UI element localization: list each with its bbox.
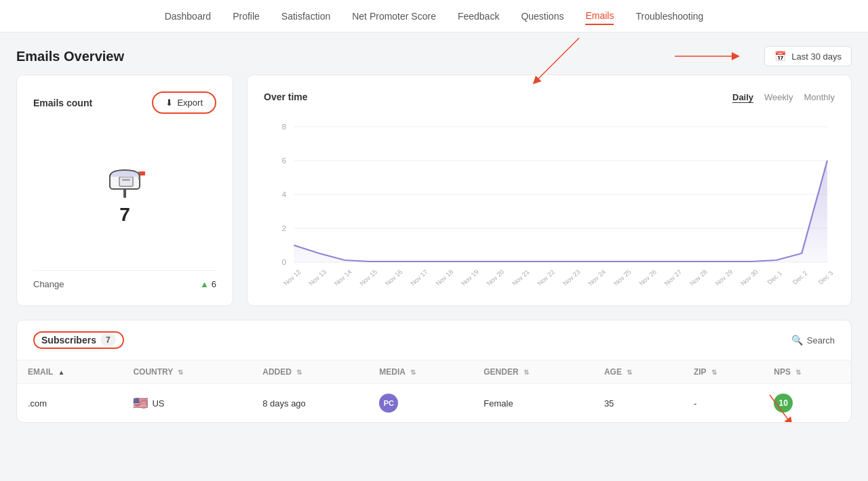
time-filter-daily[interactable]: Daily [732,92,753,102]
nav-emails[interactable]: Emails [585,7,614,25]
svg-text:Nov 30: Nov 30 [739,268,760,287]
cell-email: .com [17,384,122,423]
date-filter-annotation-arrow [675,49,756,63]
nav-troubleshooting[interactable]: Troubleshooting [635,8,703,24]
sort-added-icon: ⇅ [296,369,302,376]
svg-text:2: 2 [281,224,286,232]
svg-text:Nov 19: Nov 19 [460,268,480,287]
change-value: ▲ 6 [200,279,216,289]
nav-nps[interactable]: Net Promoter Score [352,8,436,24]
svg-text:8: 8 [281,123,286,131]
svg-text:4: 4 [281,190,286,198]
nav-satisfaction[interactable]: Satisfaction [281,8,330,24]
nav-feedback[interactable]: Feedback [458,8,499,24]
svg-text:Nov 24: Nov 24 [587,268,607,287]
date-filter-label: Last 30 days [791,51,842,62]
svg-text:Dec 3: Dec 3 [816,270,835,286]
svg-text:Nov 25: Nov 25 [612,268,632,287]
col-age[interactable]: AGE ⇅ [593,360,683,384]
nav-dashboard[interactable]: Dashboard [165,8,212,24]
svg-text:Dec 1: Dec 1 [766,270,784,286]
table-header: EMAIL ▲ COUNTRY ⇅ ADDED ⇅ MEDIA ⇅ GENDER [17,360,851,384]
cell-gender: Female [473,384,593,423]
subscribers-count-badge: 7 [100,334,116,346]
col-nps[interactable]: NPS ⇅ [763,360,851,384]
cell-nps: 10 [763,384,851,423]
cell-added: 8 days ago [252,384,368,423]
export-label: Export [177,98,203,108]
svg-text:Nov 12: Nov 12 [281,268,302,287]
time-filter-monthly[interactable]: Monthly [804,92,835,102]
calendar-icon: 📅 [774,51,786,62]
sort-nps-icon: ⇅ [795,369,801,376]
svg-text:Nov 23: Nov 23 [561,268,581,287]
col-email[interactable]: EMAIL ▲ [17,360,122,384]
subscribers-title-group: Subscribers 7 [33,331,124,349]
mailbox-icon [104,165,145,198]
subscribers-title: Subscribers [41,335,96,346]
over-time-chart: 8 6 4 2 0 N [264,113,835,289]
export-icon: ⬇ [165,98,173,108]
page-title: Emails Overview [16,49,124,64]
svg-text:Nov 28: Nov 28 [688,268,709,287]
sort-media-icon: ⇅ [410,369,416,376]
col-media[interactable]: MEDIA ⇅ [368,360,473,384]
over-time-title: Over time [264,91,308,102]
over-time-card: Over time Daily Weekly Monthly 8 6 4 2 0 [247,75,852,306]
cell-zip: - [683,384,763,423]
change-label: Change [33,279,64,289]
col-gender[interactable]: GENDER ⇅ [473,360,593,384]
change-up-icon: ▲ [200,279,209,289]
sort-country-icon: ⇅ [178,369,183,376]
cell-media: PC [368,384,473,423]
nav-questions[interactable]: Questions [521,8,564,24]
svg-text:6: 6 [281,156,286,165]
emails-count-card: Emails count ⬇ Export [16,75,233,306]
subscribers-body: .com 🇺🇸 US 8 days ago PC Female 35 - 10 [17,384,851,423]
svg-text:Dec 2: Dec 2 [791,270,809,286]
search-icon: 🔍 [791,335,803,346]
emails-count-title: Emails count [33,98,92,108]
col-country[interactable]: COUNTRY ⇅ [122,360,252,384]
page-header: Emails Overview 📅 Last 30 days [0,33,868,75]
time-filter-weekly[interactable]: Weekly [764,92,793,102]
export-button[interactable]: ⬇ Export [152,91,216,114]
svg-rect-2 [123,188,126,198]
svg-rect-4 [119,177,133,186]
svg-text:Nov 22: Nov 22 [536,268,556,287]
main-nav: Dashboard Profile Satisfaction Net Promo… [0,0,868,33]
change-number: 6 [212,279,216,289]
svg-text:Nov 16: Nov 16 [383,268,403,287]
svg-text:Nov 27: Nov 27 [663,268,683,287]
chart-container: 8 6 4 2 0 N [264,113,835,289]
svg-text:Nov 29: Nov 29 [713,268,734,287]
cell-age: 35 [593,384,683,423]
subscribers-header: Subscribers 7 🔍 Search [17,320,851,360]
svg-text:Nov 18: Nov 18 [434,268,454,287]
table-row[interactable]: .com 🇺🇸 US 8 days ago PC Female 35 - 10 [17,384,851,423]
nav-profile[interactable]: Profile [233,8,260,24]
svg-text:Nov 13: Nov 13 [307,268,328,287]
svg-text:Nov 21: Nov 21 [510,268,530,287]
emails-count-value: 7 [119,204,130,226]
subscribers-section: Subscribers 7 🔍 Search EMAIL ▲ COUNTRY ⇅… [16,320,852,423]
svg-text:Nov 20: Nov 20 [485,268,505,287]
sort-gender-icon: ⇅ [524,369,529,376]
col-added[interactable]: ADDED ⇅ [252,360,368,384]
svg-text:Nov 26: Nov 26 [637,268,658,287]
search-label: Search [807,335,835,346]
time-filters: Daily Weekly Monthly [732,92,835,102]
cards-row: Emails count ⬇ Export [0,75,868,306]
subscribers-table: EMAIL ▲ COUNTRY ⇅ ADDED ⇅ MEDIA ⇅ GENDER [17,360,851,422]
cell-country: 🇺🇸 US [122,384,252,423]
subscribers-title-highlight: Subscribers 7 [33,331,124,349]
svg-rect-7 [140,171,145,175]
svg-text:Nov 17: Nov 17 [409,268,429,287]
sort-email-icon: ▲ [58,369,64,376]
date-filter-button[interactable]: 📅 Last 30 days [764,46,852,66]
search-button[interactable]: 🔍 Search [791,335,835,346]
col-zip[interactable]: ZIP ⇅ [683,360,763,384]
svg-text:0: 0 [281,258,286,266]
mailbox-container: 7 [33,119,216,270]
sort-zip-icon: ⇅ [711,369,717,376]
